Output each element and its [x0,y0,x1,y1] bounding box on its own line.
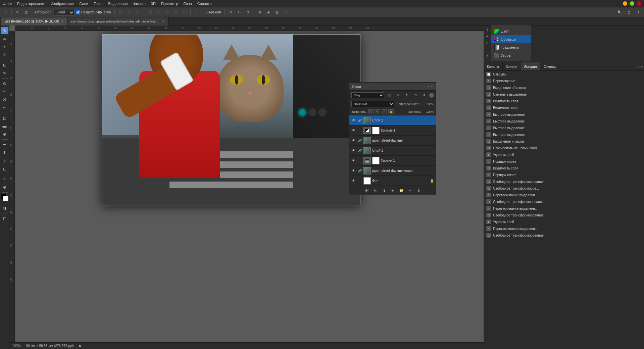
props-shape-btn[interactable]: ◻ [485,40,490,46]
history-item-21[interactable]: ◻ Свободное трансформирование [484,212,644,218]
history-item-12[interactable]: 🗑 Удалить слой [484,151,644,158]
tool-history-brush[interactable]: ↩ [1,104,8,111]
history-item-19[interactable]: ◻ Свободное трансформирование [484,198,644,205]
tab-active-close[interactable]: ✕ [61,20,64,23]
fx-btn[interactable]: fx [372,187,379,194]
layer-item-0[interactable]: 👁 🔗 Слой 2 [349,115,436,126]
history-item-6[interactable]: ⊹ Быстрое выделение [484,111,644,118]
history-item-24[interactable]: ◻ Свободное трансформирование [484,232,644,239]
rotate-ccw-button[interactable]: ↺ [227,9,234,16]
tool-shape[interactable]: ◻ [1,165,8,172]
history-item-2[interactable]: ◻ Выделение объектов [484,84,644,91]
search-button[interactable]: 🔍 [616,9,623,16]
panel-menu-btn[interactable]: ≡ [641,65,643,68]
layer-link-5[interactable]: 🔗 [357,168,362,173]
home-button[interactable]: ⌂ [2,9,9,16]
align-center-v-button[interactable]: ⬛ [126,9,133,16]
eye-icon-2[interactable]: 👁 [351,138,356,143]
history-item-3[interactable]: ◻ Отменить выделение [484,91,644,98]
tab-operations[interactable]: Операц [540,62,559,70]
layer-item-2[interactable]: 👁 🔗 japan-street-daytime [349,136,436,146]
3d-mode-button[interactable]: 3D-режим [204,9,222,16]
eye-icon-0[interactable]: 👁 [351,118,356,123]
tab-other[interactable]: say-cheese-close-up-young-beautiful-dark… [68,17,168,26]
menu-text[interactable]: Текст [94,2,103,6]
minimize-button[interactable] [623,1,627,6]
align-top-button[interactable]: ⬛ [146,9,153,16]
history-item-14[interactable]: ◻ Видимость слоя [484,165,644,171]
align-right-button[interactable]: ⬛ [134,9,142,16]
tool-zoom[interactable]: ⊕ [1,184,8,191]
opacity-value[interactable]: 100% [422,102,434,106]
history-item-1[interactable]: ↖ Перемещение [484,78,644,84]
tool-screen-mode[interactable]: ◻ [1,215,8,222]
layers-filter-dropdown[interactable]: Вид [351,92,384,98]
history-item-7[interactable]: ⊹ Быстрое выделение [484,118,644,124]
props-info-btn[interactable]: ℹ [485,27,490,32]
artboard-button[interactable]: ◻ [22,9,30,16]
layers-expand-btn[interactable]: ✕ [431,85,433,88]
tool-heal[interactable]: ⊘ [1,80,8,87]
eye-icon-4[interactable]: 👁 [351,158,356,163]
tool-brush[interactable]: ✏ [1,88,8,95]
menu-filter[interactable]: Фильтр [133,2,146,6]
tool-extra-2[interactable]: ⊗ [265,9,272,16]
menu-select[interactable]: Выделение [108,2,128,6]
filter-shape-btn[interactable]: ◻ [412,93,419,98]
menu-3d[interactable]: 3D [151,2,156,6]
distribute-h-button[interactable]: ⬛ [181,9,188,16]
layer-item-6[interactable]: 👁 Фон 🔒 [349,176,436,186]
history-item-0[interactable]: 📄 Открыть [484,71,644,78]
menu-help[interactable]: Справка [197,2,212,6]
tool-move[interactable]: ↖ [1,27,8,34]
eye-icon-3[interactable]: 👁 [351,148,356,153]
history-item-5[interactable]: ◻ Видимость слоя [484,104,644,111]
workspace-button[interactable]: ◻ [625,9,633,16]
menu-file[interactable]: Файл [3,2,12,6]
blend-mode-select[interactable]: Обычный [351,101,394,107]
history-item-20[interactable]: ↖ Перетаскивание выделенн... [484,205,644,212]
tool-magic-wand[interactable]: ⊹ [1,51,8,58]
rotate-cw-button[interactable]: ↻ [236,9,243,16]
menu-image[interactable]: Изображение [51,2,74,6]
layer-item-1[interactable]: 👁 Кривые 1 [349,126,436,136]
lock-pixel-btn[interactable]: ⬛ [368,109,374,114]
history-item-18[interactable]: ↖ Перетаскивание выделенн... [484,192,644,198]
adj-layer-btn[interactable]: ◈ [389,187,396,194]
tool-mask-mode[interactable]: ◑ [1,204,8,212]
menu-edit[interactable]: Редактирование [17,2,45,6]
add-link-btn[interactable]: 🔗 [363,187,370,194]
tab-history[interactable]: История [521,62,541,70]
history-item-16[interactable]: ◻ Свободное трансформирование [484,178,644,185]
layer-item-3[interactable]: 👁 🔗 Слой 1 [349,146,436,156]
fg-color-swatch[interactable] [1,194,8,201]
history-item-11[interactable]: ◻ Скопировать на новый слой [484,145,644,151]
history-item-8[interactable]: ⊹ Быстрое выделение [484,124,644,131]
align-left-button[interactable]: ⬛ [117,9,124,16]
tool-extra-1[interactable]: ⊕ [256,9,263,16]
panel-collapse-btn[interactable]: » [638,65,640,68]
eye-icon-5[interactable]: 👁 [351,168,356,173]
more-options-button[interactable]: ··· [193,9,200,16]
align-bottom-button[interactable]: ⬛ [163,9,171,16]
align-center-h-button[interactable]: ⬛ [155,9,162,16]
lock-pos-btn[interactable]: ✎ [375,109,380,114]
popover-item-color[interactable]: Цвет [491,27,531,35]
eye-icon-1[interactable]: 👁 [351,128,356,133]
menu-window[interactable]: Окно [183,2,192,6]
delete-layer-btn[interactable]: 🗑 [415,187,422,194]
lock-all-btn[interactable]: 🔒 [388,109,394,114]
tool-extra-4[interactable]: ⬛ [282,9,290,16]
props-a-btn[interactable]: A [485,34,490,39]
distribute-v-button[interactable]: ⬛ [172,9,180,16]
show-transform-checkbox[interactable] [76,10,80,14]
filter-pixel-btn[interactable]: ⬛ [386,93,393,98]
close-button[interactable] [637,1,641,6]
tool-eyedropper[interactable]: ✎ [1,69,8,77]
filter-type-btn[interactable]: T [403,93,410,98]
rotate3-button[interactable]: ⟳ [244,9,252,16]
filter-smart-btn[interactable]: ⊕ [420,93,428,98]
share-button[interactable]: ↗ [635,9,642,16]
props-text-btn[interactable]: T [485,47,490,52]
popover-item-swatches[interactable]: Образцы [491,35,531,43]
